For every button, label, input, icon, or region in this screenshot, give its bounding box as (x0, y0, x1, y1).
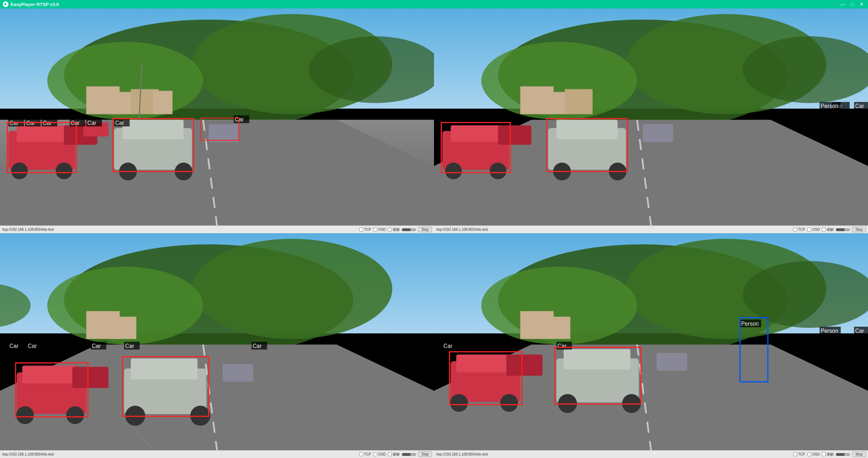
svg-point-169 (500, 394, 518, 412)
tcp-label-tr: TCP (798, 228, 805, 231)
stop-button-top-left[interactable]: Stop (418, 227, 432, 232)
svg-text:Car: Car (92, 343, 101, 349)
stop-button-bottom-right[interactable]: Stop (852, 452, 866, 457)
stop-button-bottom-left[interactable]: Stop (418, 452, 432, 457)
osd-checkbox-group-tl: OSD (373, 228, 386, 231)
volume-slider-br[interactable] (836, 453, 850, 456)
osd-checkbox-bl[interactable] (373, 452, 377, 456)
svg-rect-70 (451, 125, 501, 142)
volume-slider-tr[interactable] (836, 228, 850, 231)
main-grid: Person Person Car Car Car Car Car Ca (0, 8, 868, 458)
svg-rect-112 (114, 317, 136, 339)
video-scene-bottom-left: Person Car Car Car Car Car (0, 233, 434, 450)
osd-checkbox-group-bl: OSD (373, 452, 386, 456)
osd-checkbox-br[interactable] (807, 452, 811, 456)
volume-slider-tl[interactable] (402, 228, 416, 231)
encode-label-tr: 硬解 (827, 227, 834, 232)
svg-text:Car: Car (855, 103, 864, 109)
tcp-checkbox-group-br: TCP (793, 452, 805, 456)
encode-checkbox-group-br: 硬解 (822, 452, 834, 457)
svg-rect-122 (22, 366, 78, 383)
svg-text:Car: Car (855, 328, 864, 334)
volume-slider-bl[interactable] (402, 453, 416, 456)
osd-label-tl: OSD (378, 228, 386, 231)
encode-checkbox-bl[interactable] (388, 452, 392, 456)
control-bar-bottom-left: rtsp://192.168.1.108:8554/ds-test TCP OS… (0, 450, 434, 458)
svg-text:Person: Person (821, 103, 838, 109)
osd-checkbox-group-br: OSD (807, 452, 820, 456)
svg-point-72 (490, 163, 506, 179)
svg-point-127 (125, 406, 145, 426)
app-icon (3, 1, 8, 7)
tcp-checkbox-tr[interactable] (793, 228, 797, 231)
video-scene-bottom-right: Person Person Car Car Car Car Car Car Ca… (434, 233, 868, 450)
osd-checkbox-group-tr: OSD (807, 228, 820, 231)
svg-rect-171 (563, 349, 630, 369)
tcp-label-tl: TCP (364, 228, 371, 231)
svg-rect-63 (565, 89, 593, 114)
svg-text:Car: Car (115, 120, 124, 126)
svg-point-108 (192, 239, 392, 339)
app-title: EasyPlayer-RTSP v3.0 (11, 2, 59, 7)
osd-label-tr: OSD (812, 228, 820, 231)
encode-checkbox-tl[interactable] (388, 228, 392, 231)
titlebar-left: EasyPlayer-RTSP v3.0 (3, 1, 59, 7)
osd-checkbox-tr[interactable] (807, 228, 811, 231)
close-button[interactable]: ✕ (858, 1, 865, 7)
control-bar-top-right: rtsp://192.168.1.108:8554/ds-test TCP OS… (434, 225, 868, 233)
tcp-checkbox-group-tr: TCP (793, 228, 805, 231)
video-scene-top-left: Person Person Car Car Car Car Car Ca (0, 8, 434, 225)
svg-rect-78 (643, 124, 673, 142)
stream-url-top-left: rtsp://192.168.1.108:8554/ds-test (2, 228, 357, 231)
stream-url-bottom-left: rtsp://192.168.1.108:8554/ds-test (2, 452, 357, 456)
svg-rect-26 (209, 124, 239, 142)
maximize-button[interactable]: □ (850, 1, 855, 7)
tcp-label-bl: TCP (364, 452, 371, 456)
encode-checkbox-br[interactable] (822, 452, 826, 456)
svg-rect-77 (498, 125, 531, 145)
svg-text:Person: Person (821, 328, 838, 334)
encode-checkbox-group-tr: 硬解 (822, 227, 834, 232)
svg-text:Car: Car (444, 343, 452, 349)
svg-marker-0 (5, 3, 7, 6)
encode-checkbox-tr[interactable] (822, 228, 826, 231)
svg-point-128 (190, 406, 210, 426)
svg-text:Car: Car (88, 120, 96, 126)
svg-rect-156 (548, 317, 570, 339)
svg-point-18 (11, 163, 28, 179)
osd-label-br: OSD (812, 452, 820, 456)
svg-text:Car: Car (10, 343, 18, 349)
video-panel-top-left: Person Person Car Car Car Car Car Ca (0, 8, 434, 233)
tcp-checkbox-group-tl: TCP (359, 228, 371, 231)
tcp-checkbox-br[interactable] (793, 452, 797, 456)
video-panel-top-right: Car Car Car Car Car Person (434, 8, 868, 233)
control-bar-top-left: rtsp://192.168.1.108:8554/ds-test TCP OS… (0, 225, 434, 233)
tcp-label-br: TCP (798, 452, 805, 456)
osd-checkbox-tl[interactable] (373, 228, 377, 231)
svg-rect-9 (153, 91, 173, 114)
svg-text:Person: Person (741, 321, 759, 327)
tcp-checkbox-group-bl: TCP (359, 452, 371, 456)
svg-rect-17 (17, 125, 67, 142)
svg-rect-74 (556, 120, 617, 139)
svg-point-123 (16, 406, 34, 424)
tcp-checkbox-bl[interactable] (359, 452, 363, 456)
tcp-checkbox-tl[interactable] (359, 228, 363, 231)
svg-rect-182 (506, 355, 543, 376)
svg-text:Car: Car (125, 343, 134, 349)
minimize-button[interactable]: — (839, 1, 847, 7)
encode-checkbox-group-tl: 硬解 (388, 227, 400, 232)
svg-rect-167 (456, 355, 512, 372)
control-bar-bottom-right: rtsp://192.168.1.108:8554/ds-test TCP OS… (434, 450, 868, 458)
svg-point-168 (450, 394, 468, 412)
window-controls: — □ ✕ (839, 1, 865, 7)
svg-point-124 (66, 406, 84, 424)
titlebar: EasyPlayer-RTSP v3.0 — □ ✕ (0, 0, 868, 8)
stop-button-top-right[interactable]: Stop (852, 227, 866, 232)
encode-label-br: 硬解 (827, 452, 834, 457)
svg-text:Car: Car (557, 343, 566, 349)
stream-url-bottom-right: rtsp://192.168.1.108:8554/ds-test (436, 452, 791, 456)
video-panel-bottom-right: Person Person Car Car Car Car Car Car Ca… (434, 233, 868, 458)
stream-url-top-right: rtsp://192.168.1.108:8554/ds-test (436, 228, 791, 231)
svg-text:Car: Car (235, 116, 243, 122)
